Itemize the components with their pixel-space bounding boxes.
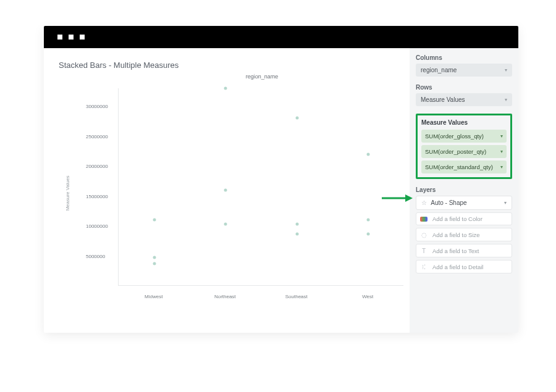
plot-area bbox=[118, 88, 403, 286]
layer-size-placeholder: Add a field to Size bbox=[432, 231, 480, 238]
chevron-down-icon: ▾ bbox=[505, 67, 507, 73]
window-control-dot[interactable] bbox=[80, 35, 85, 40]
rows-label: Rows bbox=[416, 84, 512, 91]
x-tick-label: West bbox=[362, 294, 373, 299]
layers-label: Layers bbox=[416, 186, 512, 193]
measure-value-text: SUM(order_gloss_qty) bbox=[425, 133, 484, 140]
measure-value-pill[interactable]: SUM(order_gloss_qty) ▾ bbox=[421, 130, 507, 143]
y-axis-label: Measure Values bbox=[65, 175, 70, 211]
rows-pill-text: Measure Values bbox=[421, 96, 465, 103]
chart-title: Stacked Bars - Multiple Measures bbox=[59, 60, 410, 70]
columns-label: Columns bbox=[416, 54, 512, 61]
color-swatch-icon bbox=[420, 217, 428, 222]
data-point[interactable] bbox=[367, 152, 370, 156]
rows-section: Rows Measure Values ▾ bbox=[416, 84, 512, 106]
x-tick-label: Midwest bbox=[145, 294, 162, 299]
chart-subtitle: region_name bbox=[114, 73, 410, 80]
measure-value-text: SUM(order_standard_qty) bbox=[425, 164, 493, 170]
data-point[interactable] bbox=[224, 223, 227, 226]
text-icon: T bbox=[420, 247, 428, 254]
y-tick-label: 25000000 bbox=[86, 133, 108, 139]
layer-text-placeholder: Add a field to Text bbox=[432, 248, 479, 254]
chevron-down-icon: ▾ bbox=[500, 133, 503, 139]
rows-pill[interactable]: Measure Values ▾ bbox=[416, 93, 512, 106]
measure-values-box: Measure Values SUM(order_gloss_qty) ▾ SU… bbox=[416, 114, 512, 179]
y-tick-label: 30000000 bbox=[86, 104, 108, 109]
detail-icon: ⁝⁚ bbox=[420, 263, 428, 270]
measure-values-label: Measure Values bbox=[421, 119, 507, 126]
layers-type-text: Auto - Shape bbox=[431, 199, 466, 206]
columns-pill[interactable]: region_name ▾ bbox=[416, 64, 512, 77]
layer-color-drop[interactable]: Add a field to Color bbox=[416, 212, 512, 225]
y-tick-label: 20000000 bbox=[86, 164, 108, 169]
measure-value-pill[interactable]: SUM(order_standard_qty) ▾ bbox=[421, 161, 507, 173]
measure-value-pill[interactable]: SUM(order_poster_qty) ▾ bbox=[421, 145, 507, 158]
side-panel: Columns region_name ▾ Rows Measure Value… bbox=[410, 48, 518, 333]
columns-section: Columns region_name ▾ bbox=[416, 54, 512, 77]
data-point[interactable] bbox=[295, 117, 298, 120]
x-tick-label: Southeast bbox=[285, 294, 308, 299]
layers-section: Layers ☆ Auto - Shape ▾ Add a field to C… bbox=[416, 186, 512, 273]
data-point[interactable] bbox=[224, 87, 227, 90]
data-point[interactable] bbox=[153, 219, 156, 222]
data-point[interactable] bbox=[153, 262, 156, 265]
star-icon: ☆ bbox=[421, 199, 427, 206]
content-area: Stacked Bars - Multiple Measures region_… bbox=[44, 48, 518, 333]
chevron-down-icon: ▾ bbox=[500, 164, 503, 170]
x-tick-label: Northeast bbox=[214, 294, 236, 299]
data-point[interactable] bbox=[367, 219, 370, 222]
data-point[interactable] bbox=[153, 256, 156, 259]
chevron-down-icon: ▾ bbox=[505, 97, 507, 102]
window-titlebar bbox=[44, 26, 518, 48]
measure-value-text: SUM(order_poster_qty) bbox=[425, 148, 486, 155]
size-icon: ◌ bbox=[420, 231, 428, 238]
y-tick-label: 15000000 bbox=[86, 193, 108, 199]
window-control-dot[interactable] bbox=[69, 35, 74, 40]
layer-detail-drop[interactable]: ⁝⁚ Add a field to Detail bbox=[416, 260, 512, 273]
app-window: Stacked Bars - Multiple Measures region_… bbox=[44, 26, 518, 333]
layers-type-pill[interactable]: ☆ Auto - Shape ▾ bbox=[416, 196, 512, 210]
chart-panel: Stacked Bars - Multiple Measures region_… bbox=[44, 48, 410, 333]
window-control-dot[interactable] bbox=[57, 35, 62, 40]
columns-pill-text: region_name bbox=[421, 67, 457, 73]
layer-color-placeholder: Add a field to Color bbox=[432, 215, 482, 222]
chevron-down-icon: ▾ bbox=[500, 149, 503, 154]
layer-detail-placeholder: Add a field to Detail bbox=[432, 264, 483, 270]
data-point[interactable] bbox=[224, 188, 227, 191]
chevron-down-icon: ▾ bbox=[504, 200, 507, 206]
y-tick-label: 5000000 bbox=[86, 253, 105, 259]
y-tick-label: 10000000 bbox=[86, 223, 108, 229]
chart-plot: Measure Values 5000000100000001500000020… bbox=[74, 82, 410, 304]
layer-text-drop[interactable]: T Add a field to Text bbox=[416, 244, 512, 257]
layer-size-drop[interactable]: ◌ Add a field to Size bbox=[416, 228, 512, 241]
data-point[interactable] bbox=[295, 223, 298, 226]
data-point[interactable] bbox=[295, 232, 298, 235]
data-point[interactable] bbox=[367, 232, 370, 235]
